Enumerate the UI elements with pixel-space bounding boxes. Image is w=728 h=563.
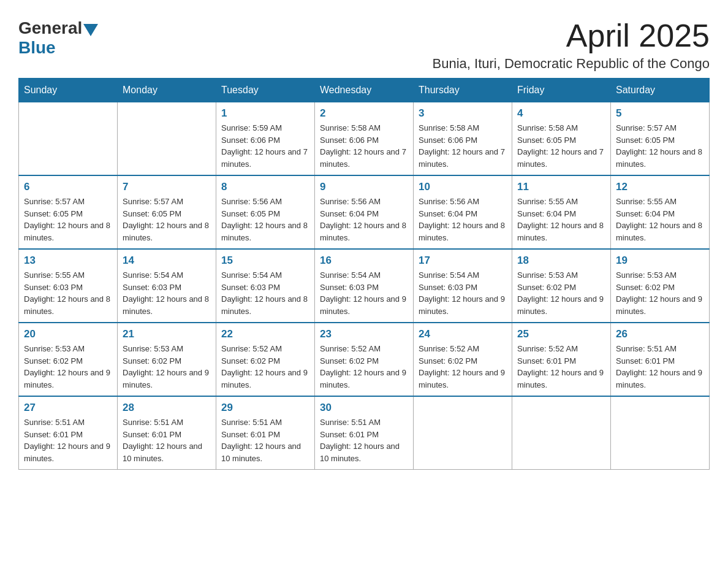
day-number: 3 xyxy=(419,107,507,120)
calendar-cell: 2Sunrise: 5:58 AM Sunset: 6:06 PM Daylig… xyxy=(315,102,414,176)
day-number: 28 xyxy=(123,402,211,414)
day-info: Sunrise: 5:51 AM Sunset: 6:01 PM Dayligh… xyxy=(320,416,408,464)
day-number: 22 xyxy=(221,328,309,340)
day-number: 23 xyxy=(320,328,408,340)
logo: General Blue xyxy=(18,18,98,58)
day-number: 25 xyxy=(517,328,605,340)
day-info: Sunrise: 5:52 AM Sunset: 6:01 PM Dayligh… xyxy=(517,343,605,391)
day-number: 4 xyxy=(517,107,605,120)
calendar-cell: 19Sunrise: 5:53 AM Sunset: 6:02 PM Dayli… xyxy=(611,249,710,323)
day-number: 24 xyxy=(419,328,507,340)
day-number: 17 xyxy=(419,255,507,267)
day-number: 15 xyxy=(221,255,309,267)
calendar-cell xyxy=(414,396,512,470)
day-info: Sunrise: 5:54 AM Sunset: 6:03 PM Dayligh… xyxy=(320,269,408,317)
day-info: Sunrise: 5:57 AM Sunset: 6:05 PM Dayligh… xyxy=(24,196,112,243)
calendar-cell: 28Sunrise: 5:51 AM Sunset: 6:01 PM Dayli… xyxy=(118,396,216,470)
day-info: Sunrise: 5:52 AM Sunset: 6:02 PM Dayligh… xyxy=(320,343,408,391)
header-thursday: Thursday xyxy=(414,79,512,102)
logo-triangle-icon xyxy=(83,24,98,36)
calendar-cell: 3Sunrise: 5:58 AM Sunset: 6:06 PM Daylig… xyxy=(414,102,512,176)
header-friday: Friday xyxy=(512,79,611,102)
calendar-cell xyxy=(118,102,216,176)
day-number: 18 xyxy=(517,255,605,267)
calendar-cell: 13Sunrise: 5:55 AM Sunset: 6:03 PM Dayli… xyxy=(19,249,118,323)
header-row: SundayMondayTuesdayWednesdayThursdayFrid… xyxy=(19,79,710,102)
day-info: Sunrise: 5:51 AM Sunset: 6:01 PM Dayligh… xyxy=(616,343,704,391)
day-number: 30 xyxy=(320,402,408,414)
calendar-cell xyxy=(19,102,118,176)
calendar-cell: 1Sunrise: 5:59 AM Sunset: 6:06 PM Daylig… xyxy=(216,102,315,176)
day-number: 27 xyxy=(24,402,112,414)
day-number: 10 xyxy=(419,181,507,193)
day-number: 26 xyxy=(616,328,704,340)
day-info: Sunrise: 5:57 AM Sunset: 6:05 PM Dayligh… xyxy=(616,122,704,170)
week-row-1: 1Sunrise: 5:59 AM Sunset: 6:06 PM Daylig… xyxy=(19,102,710,176)
day-number: 29 xyxy=(221,402,309,414)
day-number: 19 xyxy=(616,255,704,267)
day-info: Sunrise: 5:54 AM Sunset: 6:03 PM Dayligh… xyxy=(123,269,211,317)
day-info: Sunrise: 5:54 AM Sunset: 6:03 PM Dayligh… xyxy=(221,269,309,317)
calendar-cell: 7Sunrise: 5:57 AM Sunset: 6:05 PM Daylig… xyxy=(118,175,216,249)
day-number: 16 xyxy=(320,255,408,267)
day-info: Sunrise: 5:56 AM Sunset: 6:04 PM Dayligh… xyxy=(320,196,408,243)
calendar-cell: 20Sunrise: 5:53 AM Sunset: 6:02 PM Dayli… xyxy=(19,323,118,396)
day-number: 20 xyxy=(24,328,112,340)
day-info: Sunrise: 5:53 AM Sunset: 6:02 PM Dayligh… xyxy=(123,343,211,391)
day-number: 5 xyxy=(616,107,704,120)
day-info: Sunrise: 5:51 AM Sunset: 6:01 PM Dayligh… xyxy=(24,416,112,464)
day-number: 12 xyxy=(616,181,704,193)
day-info: Sunrise: 5:51 AM Sunset: 6:01 PM Dayligh… xyxy=(221,416,309,464)
day-number: 9 xyxy=(320,181,408,193)
day-info: Sunrise: 5:55 AM Sunset: 6:04 PM Dayligh… xyxy=(517,196,605,243)
calendar-cell: 18Sunrise: 5:53 AM Sunset: 6:02 PM Dayli… xyxy=(512,249,611,323)
calendar-cell: 29Sunrise: 5:51 AM Sunset: 6:01 PM Dayli… xyxy=(216,396,315,470)
calendar-cell: 26Sunrise: 5:51 AM Sunset: 6:01 PM Dayli… xyxy=(611,323,710,396)
day-number: 7 xyxy=(123,181,211,193)
calendar-cell: 10Sunrise: 5:56 AM Sunset: 6:04 PM Dayli… xyxy=(414,175,512,249)
day-info: Sunrise: 5:53 AM Sunset: 6:02 PM Dayligh… xyxy=(517,269,605,317)
day-number: 11 xyxy=(517,181,605,193)
calendar-table: SundayMondayTuesdayWednesdayThursdayFrid… xyxy=(18,78,710,470)
calendar-cell: 6Sunrise: 5:57 AM Sunset: 6:05 PM Daylig… xyxy=(19,175,118,249)
calendar-cell: 24Sunrise: 5:52 AM Sunset: 6:02 PM Dayli… xyxy=(414,323,512,396)
week-row-3: 13Sunrise: 5:55 AM Sunset: 6:03 PM Dayli… xyxy=(19,249,710,323)
week-row-2: 6Sunrise: 5:57 AM Sunset: 6:05 PM Daylig… xyxy=(19,175,710,249)
header-monday: Monday xyxy=(118,79,216,102)
day-info: Sunrise: 5:58 AM Sunset: 6:05 PM Dayligh… xyxy=(517,122,605,170)
header-tuesday: Tuesday xyxy=(216,79,315,102)
calendar-cell: 25Sunrise: 5:52 AM Sunset: 6:01 PM Dayli… xyxy=(512,323,611,396)
month-title: April 2025 xyxy=(433,18,710,53)
calendar-cell: 8Sunrise: 5:56 AM Sunset: 6:05 PM Daylig… xyxy=(216,175,315,249)
title-area: April 2025 Bunia, Ituri, Democratic Repu… xyxy=(433,18,710,72)
day-info: Sunrise: 5:57 AM Sunset: 6:05 PM Dayligh… xyxy=(123,196,211,243)
calendar-cell: 11Sunrise: 5:55 AM Sunset: 6:04 PM Dayli… xyxy=(512,175,611,249)
logo-text-general: General xyxy=(18,18,82,38)
calendar-cell: 17Sunrise: 5:54 AM Sunset: 6:03 PM Dayli… xyxy=(414,249,512,323)
day-number: 1 xyxy=(221,107,309,120)
day-info: Sunrise: 5:56 AM Sunset: 6:05 PM Dayligh… xyxy=(221,196,309,243)
day-info: Sunrise: 5:59 AM Sunset: 6:06 PM Dayligh… xyxy=(221,122,309,170)
day-number: 13 xyxy=(24,255,112,267)
day-info: Sunrise: 5:51 AM Sunset: 6:01 PM Dayligh… xyxy=(123,416,211,464)
day-info: Sunrise: 5:53 AM Sunset: 6:02 PM Dayligh… xyxy=(616,269,704,317)
calendar-cell: 27Sunrise: 5:51 AM Sunset: 6:01 PM Dayli… xyxy=(19,396,118,470)
day-number: 6 xyxy=(24,181,112,193)
day-number: 21 xyxy=(123,328,211,340)
location-title: Bunia, Ituri, Democratic Republic of the… xyxy=(433,56,710,72)
calendar-cell: 22Sunrise: 5:52 AM Sunset: 6:02 PM Dayli… xyxy=(216,323,315,396)
calendar-cell: 9Sunrise: 5:56 AM Sunset: 6:04 PM Daylig… xyxy=(315,175,414,249)
header-wednesday: Wednesday xyxy=(315,79,414,102)
header-sunday: Sunday xyxy=(19,79,118,102)
day-info: Sunrise: 5:54 AM Sunset: 6:03 PM Dayligh… xyxy=(419,269,507,317)
day-number: 14 xyxy=(123,255,211,267)
day-info: Sunrise: 5:52 AM Sunset: 6:02 PM Dayligh… xyxy=(221,343,309,391)
calendar-cell: 30Sunrise: 5:51 AM Sunset: 6:01 PM Dayli… xyxy=(315,396,414,470)
logo-text-blue: Blue xyxy=(18,38,98,58)
calendar-cell: 12Sunrise: 5:55 AM Sunset: 6:04 PM Dayli… xyxy=(611,175,710,249)
calendar-cell: 4Sunrise: 5:58 AM Sunset: 6:05 PM Daylig… xyxy=(512,102,611,176)
calendar-cell: 5Sunrise: 5:57 AM Sunset: 6:05 PM Daylig… xyxy=(611,102,710,176)
day-info: Sunrise: 5:56 AM Sunset: 6:04 PM Dayligh… xyxy=(419,196,507,243)
calendar-cell: 14Sunrise: 5:54 AM Sunset: 6:03 PM Dayli… xyxy=(118,249,216,323)
calendar-cell xyxy=(611,396,710,470)
